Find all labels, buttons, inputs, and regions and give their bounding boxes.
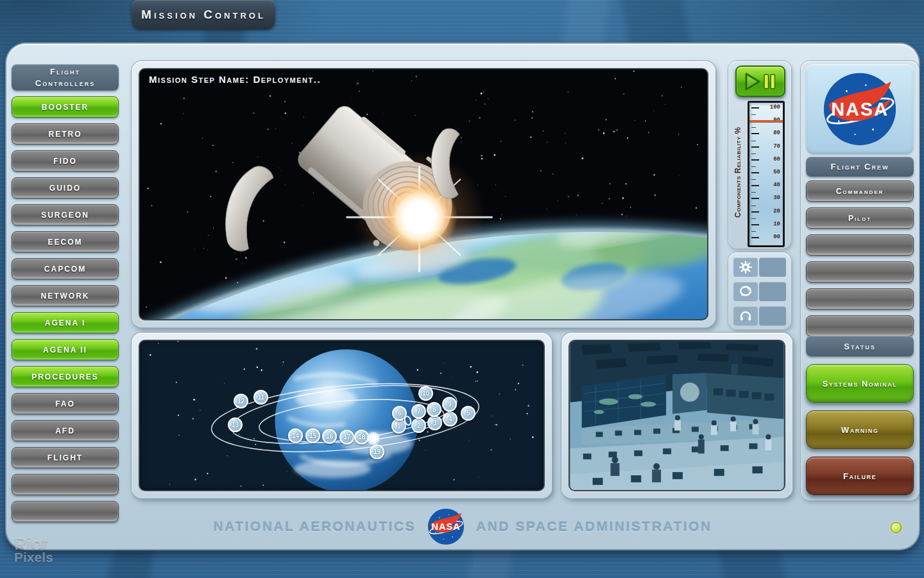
gauge-label: Components Reliability %	[731, 100, 745, 245]
orbit-step-marker-13[interactable]: 13	[228, 417, 243, 432]
orbit-step-marker-16[interactable]: 16	[322, 429, 337, 444]
orbit-step-marker-15[interactable]: 15	[305, 428, 320, 443]
sidebar-item-fido[interactable]: FIDO	[12, 150, 119, 171]
crew-slot-empty[interactable]	[806, 261, 914, 283]
riot-pixels-watermark: Riot Pixels	[14, 536, 53, 564]
status-button-failure[interactable]: Failure	[806, 457, 914, 495]
footer-nasa-logo	[427, 508, 465, 545]
sidebar-item-agena-i[interactable]: AGENA I	[12, 312, 119, 333]
sidebar-item-fao[interactable]: FAO	[12, 393, 119, 414]
crew-slot-empty[interactable]	[806, 234, 914, 256]
orbit-map: 12345678910111213141516171819 ✺	[139, 340, 545, 491]
flight-crew-header: Flight Crew	[806, 157, 914, 177]
nasa-logo	[823, 72, 897, 146]
status-led	[891, 522, 902, 533]
sidebar-item-retro[interactable]: RETRO	[12, 123, 119, 144]
status-list: Systems NominalWarningFailure	[806, 364, 914, 503]
crew-status-panel: Flight Crew CommanderPilot Status System…	[801, 61, 919, 500]
gear-icon	[733, 258, 758, 277]
sidebar-item-empty[interactable]	[12, 474, 119, 495]
orbit-step-marker-4[interactable]: 4	[443, 412, 458, 426]
orbit-step-marker-10[interactable]: 10	[418, 386, 433, 401]
audio-slot[interactable]	[759, 306, 786, 326]
orbit-step-marker-5[interactable]: 5	[461, 406, 475, 421]
flight-controllers-sidebar: Flight Controllers BOOSTERRETROFIDOGUIDO…	[12, 64, 119, 522]
mission-viewport: Mission Step Name: Deployment..	[139, 68, 708, 320]
nasa-logo-box	[806, 64, 914, 154]
crew-slot-pilot[interactable]: Pilot	[806, 207, 914, 229]
sidebar-item-surgeon[interactable]: SURGEON	[12, 204, 119, 225]
footer: NATIONAL AERONAUTICS AND SPACE ADMINISTR…	[6, 501, 919, 552]
footer-left-text: NATIONAL AERONAUTICS	[213, 519, 416, 534]
crew-slot-commander[interactable]: Commander	[806, 180, 914, 202]
settings-button[interactable]	[733, 258, 786, 277]
reliability-gauge-panel: Components Reliability % 100908070605040…	[728, 61, 791, 249]
pause-icon	[764, 74, 775, 89]
speech-bubble-icon	[733, 282, 758, 301]
status-header: Status	[806, 336, 914, 356]
gauge-indicator-line	[749, 120, 783, 122]
window-title: Mission Control	[141, 8, 266, 22]
orbit-step-marker-3[interactable]: 3	[427, 416, 442, 430]
sidebar-item-guido[interactable]: GUIDO	[12, 177, 119, 198]
sidebar-item-procedures[interactable]: PROCEDURES	[12, 366, 119, 387]
reliability-gauge: 10090807060504030201000	[748, 101, 785, 247]
sidebar-item-eecom[interactable]: EECOM	[12, 231, 119, 252]
sidebar-list: BOOSTERRETROFIDOGUIDOSURGEONEECOMCAPCOMN…	[12, 96, 119, 522]
footer-right-text: AND SPACE ADMINISTRATION	[476, 519, 712, 534]
orbit-step-marker-17[interactable]: 17	[339, 430, 354, 444]
control-room-frame	[561, 333, 792, 498]
sidebar-header: Flight Controllers	[12, 64, 119, 91]
main-panel: Flight Controllers BOOSTERRETROFIDOGUIDO…	[6, 44, 919, 549]
mission-step-label: Mission Step Name: Deployment..	[149, 74, 321, 85]
sidebar-item-afd[interactable]: AFD	[12, 420, 119, 441]
crew-slot-empty[interactable]	[806, 315, 914, 337]
window-tab[interactable]: Mission Control	[132, 0, 275, 30]
orbit-step-marker-11[interactable]: 11	[253, 390, 268, 405]
comm-panel	[728, 252, 791, 329]
orbit-map-frame: 12345678910111213141516171819 ✺	[132, 333, 552, 498]
headphones-icon	[733, 306, 758, 326]
audio-button[interactable]	[733, 306, 786, 326]
crew-list: CommanderPilot	[806, 180, 914, 342]
status-button-nominal[interactable]: Systems Nominal	[806, 364, 914, 403]
orbit-step-marker-2[interactable]: 2	[411, 418, 426, 433]
explosion-icon: ✺	[366, 430, 381, 447]
comms-button[interactable]	[733, 282, 786, 301]
mission-control-app: NASA Mission Control Riot Pixels Flight …	[0, 0, 924, 578]
orbit-step-marker-9[interactable]: 9	[442, 397, 457, 412]
play-pause-button[interactable]	[735, 66, 785, 97]
comms-slot[interactable]	[759, 282, 786, 301]
mission-viewport-frame: Mission Step Name: Deployment..	[132, 61, 715, 328]
orbit-step-marker-12[interactable]: 12	[234, 394, 248, 408]
orbit-step-marker-14[interactable]: 14	[288, 428, 303, 443]
settings-slot[interactable]	[759, 258, 786, 277]
crew-slot-empty[interactable]	[806, 288, 914, 310]
sidebar-item-booster[interactable]: BOOSTER	[12, 96, 119, 118]
sidebar-item-capcom[interactable]: CAPCOM	[12, 258, 119, 279]
play-icon	[746, 74, 759, 89]
orbit-step-marker-8[interactable]: 8	[427, 402, 441, 417]
orbit-step-marker-7[interactable]: 7	[411, 404, 426, 419]
sidebar-item-network[interactable]: NETWORK	[12, 285, 119, 306]
sidebar-item-agena-ii[interactable]: AGENA II	[12, 339, 119, 360]
space-scene	[140, 69, 707, 319]
control-room-photo	[569, 340, 785, 491]
status-button-warning[interactable]: Warning	[806, 410, 914, 449]
sidebar-item-flight[interactable]: FLIGHT	[12, 447, 119, 468]
engine-flare	[324, 121, 515, 313]
